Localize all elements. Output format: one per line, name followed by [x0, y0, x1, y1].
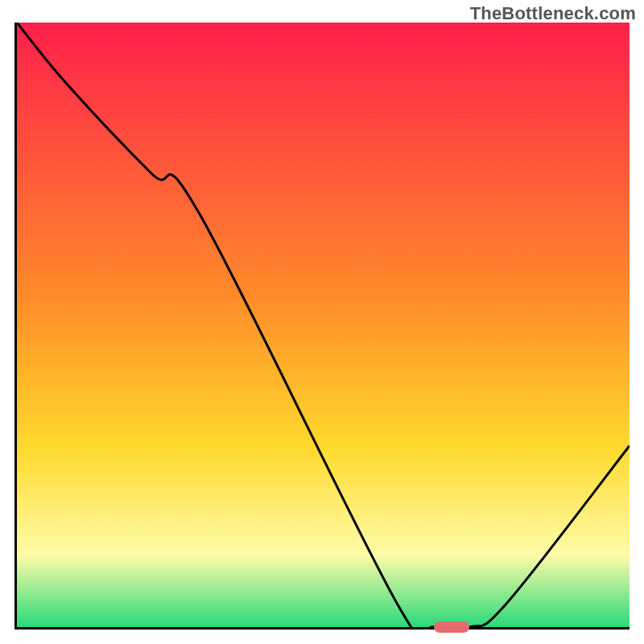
watermark-text: TheBottleneck.com: [470, 3, 636, 24]
plot-area: [14, 23, 630, 630]
optimal-marker: [434, 621, 469, 633]
chart-stage: TheBottleneck.com: [0, 0, 644, 644]
bottleneck-curve: [17, 23, 630, 627]
plot-inner: [17, 23, 630, 627]
